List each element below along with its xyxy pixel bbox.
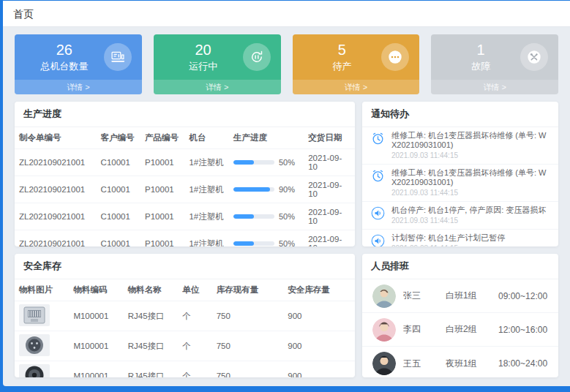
notices-panel-title: 通知待办 [362,102,558,127]
progress-track [233,214,274,219]
cell-unit: 个 [178,301,212,331]
notice-item[interactable]: 维修工单: 机台1变压器损坏待维修 (单号: WX202109031001) 2… [362,127,558,165]
cell-order-no: ZL202109021001 [15,176,97,203]
schedule-row: 李四 白班2组 12:00~16:00 [362,313,558,347]
dashboard-app: 首页 26 总机台数量 详情 > [3,1,570,386]
stat-card[interactable]: 20 运行中 详情 > [154,34,281,94]
cell-machine: 1#注塑机 [184,149,228,176]
cell-delivery-date: 2021-09-10 [304,176,355,203]
production-row: ZL202109021001 C10001 P10001 1#注塑机 90% [15,176,355,203]
col-unit: 单位 [178,279,212,301]
stat-card-main: 1 故障 [431,34,558,80]
stat-card[interactable]: 5 待产 详情 > [293,34,420,94]
stat-card-text: 20 运行中 [164,42,243,73]
stat-value: 5 [303,42,382,58]
progress-percent: 50% [279,239,295,246]
stat-label: 故障 [441,60,520,73]
cell-machine: 1#注塑机 [184,230,228,247]
cell-progress: 50% [229,149,304,176]
notice-time: 2021.09.03 11:44:15 [391,244,550,246]
cell-unit: 个 [178,361,212,378]
page-title-bar: 首页 [3,1,570,27]
cell-material-code: M100001 [69,301,123,331]
notice-item[interactable]: 机台停产: 机台1停产, 停产原因: 变压器损坏 2021.09.03 11:4… [362,202,558,230]
notices-panel: 通知待办 维修工单: 机台1变压器损坏待维修 (单号: WX2021090310… [362,102,558,246]
inventory-panel-title: 安全库存 [15,254,355,279]
notice-body: 维修工单: 机台1变压器损坏待维修 (单号: WX202109031001) 2… [391,168,550,197]
cell-product-no: P10001 [140,176,184,203]
person-name: 张三 [403,290,438,302]
page-title: 首页 [13,8,34,20]
machine-icon [104,43,132,71]
production-table: 制令单编号 客户编号 产品编号 机台 生产进度 交货日期 ZL202109021 [15,127,355,246]
cell-current-stock: 750 [212,331,284,361]
cell-machine: 1#注塑机 [184,203,228,230]
notice-time: 2021.09.03 11:44:15 [391,151,550,160]
cell-customer-no: C10001 [97,203,140,230]
production-row: ZL202109021001 C10001 P10001 1#注塑机 50% [15,203,355,230]
detail-link[interactable]: 详情 > [293,80,420,94]
progress-track [233,187,274,192]
stat-card-text: 5 待产 [303,42,382,73]
cell-order-no: ZL202109021001 [15,149,97,176]
cell-order-no: ZL202109021001 [15,230,97,247]
progress-bar: 50% [233,212,299,221]
stat-card[interactable]: 1 故障 详情 > [431,34,558,94]
col-delivery-date: 交货日期 [304,127,355,149]
notice-body: 计划暂停: 机台1生产计划已暂停 2021.09.03 11:44:15 [391,233,550,246]
stat-card-text: 26 总机台数量 [25,42,104,73]
col-material-code: 物料编码 [69,279,123,301]
col-product-no: 产品编号 [140,127,184,149]
person-shift: 白班2组 [446,323,491,336]
detail-link[interactable]: 详情 > [154,80,281,94]
cell-product-no: P10001 [140,230,184,247]
cell-delivery-date: 2021-09-10 [304,149,355,176]
photo-connector-icon [19,334,50,356]
production-panel-title: 生产进度 [15,102,355,127]
inventory-panel: 安全库存 物料图片 物料编码 物料名称 单位 库存现有量 安全库存量 [15,254,355,377]
stat-card[interactable]: 26 总机台数量 详情 > [15,34,142,94]
col-machine: 机台 [184,127,228,149]
cell-delivery-date: 2021-09-10 [304,230,355,247]
notice-text: 维修工单: 机台1变压器损坏待维修 (单号: WX202109031001) [391,168,550,187]
notice-item[interactable]: 维修工单: 机台1变压器损坏待维修 (单号: WX202109031001) 2… [362,165,558,202]
schedule-row: 张三 白班1组 09:00~12:00 [362,279,558,313]
cell-material-code: M100001 [69,361,123,378]
notice-list: 维修工单: 机台1变压器损坏待维修 (单号: WX202109031001) 2… [362,127,558,246]
col-progress: 生产进度 [229,127,304,149]
stat-card-text: 1 故障 [441,42,520,73]
repair-tools-icon [520,43,548,71]
progress-bar: 90% [233,185,299,194]
progress-track [233,241,274,246]
col-material-name: 物料名称 [124,279,178,301]
speaker-icon [371,206,386,221]
stat-value: 26 [25,42,104,58]
notice-text: 维修工单: 机台1变压器损坏待维修 (单号: WX202109031001) [391,131,550,150]
stat-value: 1 [441,42,520,58]
cell-current-stock: 750 [212,301,284,331]
detail-link[interactable]: 详情 > [431,80,558,94]
progress-fill [233,241,254,246]
cell-customer-no: C10001 [97,176,140,203]
production-row: ZL202109021001 C10001 P10001 1#注塑机 50% [15,149,355,176]
production-panel: 生产进度 制令单编号 客户编号 产品编号 机台 生产进度 交货日期 [15,102,355,246]
person-time: 12:00~16:00 [498,325,548,335]
person-shift: 白班1组 [446,290,491,302]
stat-label: 待产 [303,60,382,73]
inventory-row: M100001 RJ45接口 个 750 900 [15,301,355,331]
cell-progress: 50% [229,203,304,230]
detail-link[interactable]: 详情 > [15,80,142,94]
cell-delivery-date: 2021-09-10 [304,203,355,230]
cell-machine: 1#注塑机 [184,176,228,203]
cell-material-image [15,361,69,378]
person-time: 09:00~12:00 [498,291,548,301]
cell-material-code: M100001 [69,331,123,361]
person-name: 李四 [403,323,438,336]
col-current-stock: 库存现有量 [212,279,284,301]
notice-item[interactable]: 计划暂停: 机台1生产计划已暂停 2021.09.03 11:44:15 [362,230,558,246]
cell-customer-no: C10001 [97,149,140,176]
avatar [372,284,396,308]
schedule-list: 张三 白班1组 09:00~12:00 李四 白班2组 12:00~16:00 [362,279,558,377]
progress-bar: 50% [233,239,299,246]
stat-label: 运行中 [164,60,243,73]
